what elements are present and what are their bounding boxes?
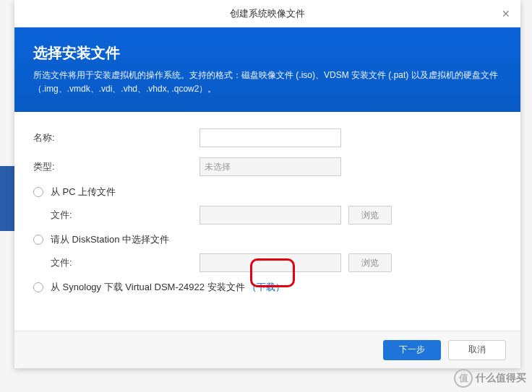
radio-synology-label: 从 Synology 下载 Virtual DSM-24922 安装文件 （下载… bbox=[51, 281, 285, 294]
dialog-title: 创建系统映像文件 bbox=[230, 7, 305, 20]
watermark-icon: 值 bbox=[454, 369, 473, 388]
radio-pc-upload[interactable] bbox=[33, 187, 43, 197]
create-image-dialog: 创建系统映像文件 ✕ 选择安装文件 所选文件将用于安装虚拟机的操作系统。支持的格… bbox=[14, 0, 520, 368]
watermark: 值 什么值得买 bbox=[454, 369, 526, 388]
type-label: 类型: bbox=[33, 160, 200, 173]
file-label-2: 文件: bbox=[51, 256, 200, 269]
browse-button-2[interactable]: 浏览 bbox=[348, 253, 392, 272]
radio-diskstation[interactable] bbox=[33, 235, 43, 245]
name-input[interactable] bbox=[200, 129, 341, 147]
name-label: 名称: bbox=[33, 131, 200, 144]
radio-diskstation-label: 请从 DiskStation 中选择文件 bbox=[51, 233, 169, 246]
header-section: 选择安装文件 所选文件将用于安装虚拟机的操作系统。支持的格式：磁盘映像文件 (.… bbox=[14, 27, 520, 112]
close-icon[interactable]: ✕ bbox=[502, 9, 512, 19]
form-body: 名称: 类型: 从 PC 上传文件 文件: 浏览 请从 DiskStation … bbox=[14, 112, 520, 331]
radio-synology-download[interactable] bbox=[33, 282, 43, 292]
dialog-titlebar: 创建系统映像文件 ✕ bbox=[14, 0, 520, 27]
browse-button-1[interactable]: 浏览 bbox=[348, 206, 392, 225]
radio-pc-label: 从 PC 上传文件 bbox=[51, 186, 116, 199]
next-button[interactable]: 下一步 bbox=[383, 340, 441, 360]
download-link[interactable]: （下载） bbox=[247, 282, 285, 292]
file-input-1[interactable] bbox=[200, 206, 341, 225]
header-description: 所选文件将用于安装虚拟机的操作系统。支持的格式：磁盘映像文件 (.iso)、VD… bbox=[33, 69, 502, 96]
header-title: 选择安装文件 bbox=[33, 43, 502, 63]
dialog-footer: 下一步 取消 bbox=[14, 331, 520, 368]
file-input-2[interactable] bbox=[200, 253, 341, 272]
file-label-1: 文件: bbox=[51, 209, 200, 222]
cancel-button[interactable]: 取消 bbox=[448, 340, 506, 360]
type-input[interactable] bbox=[200, 157, 341, 176]
synology-text: 从 Synology 下载 Virtual DSM-24922 安装文件 bbox=[51, 282, 245, 292]
watermark-text: 什么值得买 bbox=[476, 372, 526, 385]
